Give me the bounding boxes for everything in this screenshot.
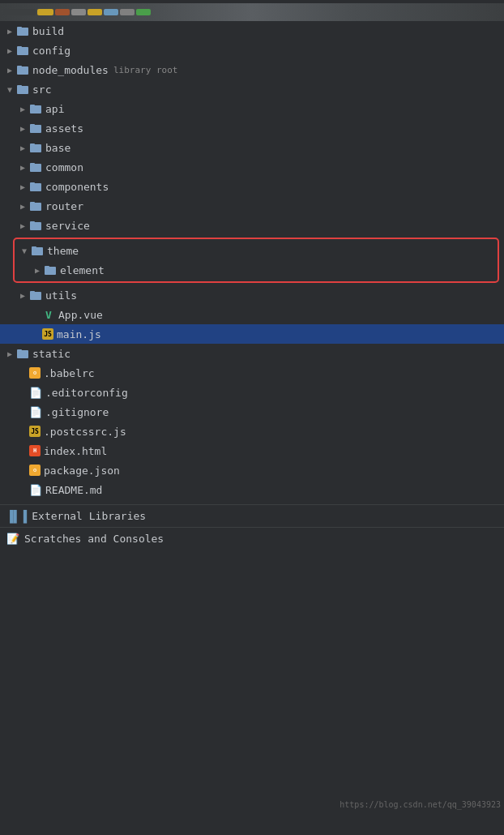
file-gitignore[interactable]: 📄 .gitignore <box>0 402 504 422</box>
folder-components[interactable]: components <box>0 177 504 196</box>
svg-rect-23 <box>32 246 36 249</box>
folder-label-base: base <box>45 142 70 154</box>
folder-static[interactable]: static <box>0 344 504 363</box>
file-label-package-json: package.json <box>44 465 120 477</box>
svg-rect-29 <box>17 349 22 352</box>
folder-label-static: static <box>32 348 70 360</box>
external-libraries-item[interactable]: ▐▌▐ External Libraries <box>0 504 504 527</box>
folder-icon-router <box>29 199 42 212</box>
file-label-main-js: main.js <box>57 328 101 340</box>
svg-rect-9 <box>30 105 35 107</box>
folder-service[interactable]: service <box>0 216 504 235</box>
arrow-router <box>16 199 29 212</box>
folder-label-common: common <box>45 161 83 173</box>
file-babelrc[interactable]: ⚙ .babelrc <box>0 363 504 383</box>
svg-rect-5 <box>17 66 22 68</box>
file-label-editorconfig: .editorconfig <box>45 387 128 399</box>
config-icon-babelrc: ⚙ <box>29 367 41 379</box>
node-modules-badge: library root <box>113 65 177 75</box>
svg-rect-1 <box>17 27 22 29</box>
folder-icon-utils <box>29 289 42 302</box>
folder-label-assets: assets <box>45 122 83 135</box>
strip-dot <box>104 9 118 15</box>
arrow-base <box>16 141 29 154</box>
file-readme[interactable]: 📄 README.md <box>0 480 504 499</box>
strip-dot <box>120 9 135 15</box>
file-label-app-vue: App.vue <box>58 309 103 321</box>
folder-icon-build <box>16 24 29 37</box>
arrow-service <box>16 219 29 232</box>
folder-label-components: components <box>45 181 109 193</box>
theme-highlight-group: theme element <box>13 238 499 283</box>
file-index-html[interactable]: H index.html <box>0 441 504 460</box>
folder-src[interactable]: src <box>0 79 504 99</box>
top-strip <box>0 3 504 21</box>
arrow-api <box>16 102 29 115</box>
arrow-static <box>3 347 16 360</box>
vue-icon: V <box>42 308 55 321</box>
folder-base[interactable]: base <box>0 138 504 157</box>
folder-assets[interactable]: assets <box>0 118 504 138</box>
folder-theme[interactable]: theme <box>15 241 498 260</box>
strip-dot <box>88 9 102 15</box>
file-postcssrc[interactable]: JS .postcssrc.js <box>0 422 504 441</box>
arrow-build <box>3 24 16 37</box>
file-label-index-html: index.html <box>44 445 107 457</box>
strip-dot <box>55 9 70 15</box>
svg-rect-7 <box>17 85 22 88</box>
file-icon-gitignore: 📄 <box>29 405 42 418</box>
file-package-json[interactable]: ⚙ package.json <box>0 460 504 480</box>
folder-label-router: router <box>45 200 83 212</box>
file-label-babelrc: .babelrc <box>44 367 95 379</box>
svg-rect-15 <box>30 163 35 165</box>
bar-chart-icon: ▐▌▐ <box>6 510 27 523</box>
file-icon-readme: 📄 <box>29 483 42 496</box>
folder-label-node-modules: node_modules <box>32 64 109 76</box>
folder-label-api: api <box>45 103 64 115</box>
external-libraries-label: External Libraries <box>32 510 146 522</box>
arrow-components <box>16 180 29 193</box>
file-editorconfig[interactable]: 📄 .editorconfig <box>0 383 504 402</box>
arrow-element <box>31 263 44 276</box>
file-main-js[interactable]: JS main.js <box>0 324 504 344</box>
svg-rect-27 <box>30 291 35 293</box>
folder-label-element: element <box>60 264 105 276</box>
arrow-assets <box>16 122 29 135</box>
svg-rect-21 <box>30 221 35 224</box>
arrow-utils <box>16 289 29 302</box>
svg-rect-17 <box>30 182 35 185</box>
folder-node-modules[interactable]: node_modules library root <box>0 60 504 79</box>
scratches-item[interactable]: 📝 Scratches and Consoles <box>0 527 504 550</box>
folder-router[interactable]: router <box>0 196 504 216</box>
folder-common[interactable]: common <box>0 157 504 177</box>
strip-dot <box>71 9 86 15</box>
folder-label-utils: utils <box>45 289 77 302</box>
folder-icon-base <box>29 141 42 154</box>
folder-label-theme: theme <box>47 245 79 257</box>
file-label-postcssrc: .postcssrc.js <box>44 426 126 438</box>
strip-dot <box>37 9 53 15</box>
folder-label-config: config <box>32 45 70 57</box>
file-app-vue[interactable]: V App.vue <box>0 305 504 324</box>
arrow-common <box>16 161 29 173</box>
folder-element[interactable]: element <box>15 260 498 280</box>
folder-icon-api <box>29 102 42 115</box>
arrow-theme <box>18 244 31 257</box>
arrow-src <box>3 83 16 96</box>
js-icon-postcssrc: JS <box>29 426 41 437</box>
scratches-label: Scratches and Consoles <box>24 533 164 545</box>
folder-config[interactable]: config <box>0 41 504 60</box>
file-label-readme: README.md <box>45 484 102 496</box>
folder-api[interactable]: api <box>0 99 504 118</box>
folder-label-service: service <box>45 220 90 232</box>
folder-utils[interactable]: utils <box>0 285 504 305</box>
scratches-icon: 📝 <box>6 533 19 545</box>
folder-label-build: build <box>32 25 64 37</box>
svg-rect-25 <box>45 266 49 268</box>
svg-rect-13 <box>30 143 35 146</box>
file-icon-editorconfig: 📄 <box>29 386 42 399</box>
svg-rect-11 <box>30 124 35 126</box>
strip-dot <box>3 9 36 15</box>
folder-build[interactable]: build <box>0 21 504 41</box>
arrow-config <box>3 44 16 57</box>
